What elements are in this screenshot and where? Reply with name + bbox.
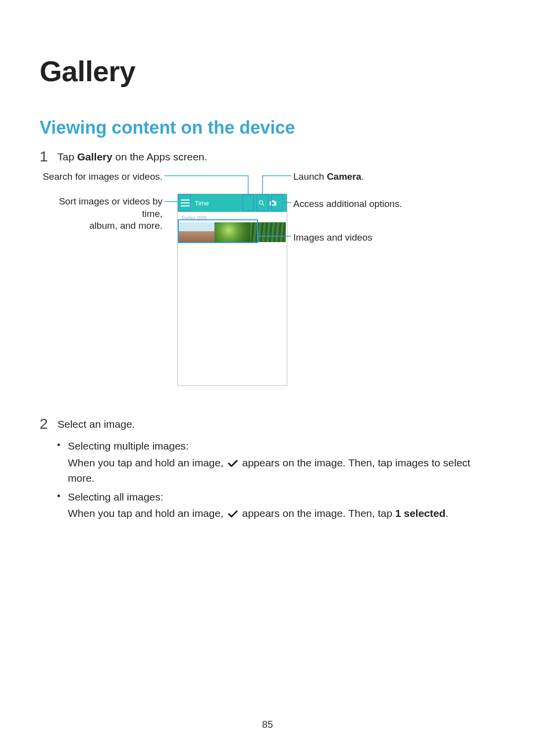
- text-bold: Gallery: [77, 151, 112, 162]
- check-icon: [227, 459, 238, 468]
- bullet-dot: [57, 444, 60, 446]
- bullet-item: Selecting all images: When you tap and h…: [57, 489, 495, 521]
- bullet-list: Selecting multiple images: When you tap …: [57, 438, 495, 521]
- page-number: 85: [0, 719, 535, 730]
- bullet-head: Selecting all images:: [68, 491, 163, 503]
- annotated-screenshot: Search for images or videos. Sort images…: [40, 171, 495, 408]
- step-1: 1 Tap Gallery on the Apps screen.: [40, 150, 495, 164]
- bullet-dot: [57, 495, 60, 497]
- bullet-head: Selecting multiple images:: [68, 440, 189, 452]
- bullet-content: Selecting all images: When you tap and h…: [68, 489, 448, 521]
- step-2: 2 Select an image.: [40, 417, 495, 431]
- check-icon: [227, 509, 238, 518]
- step-text: Select an image.: [54, 417, 495, 431]
- step-number: 1: [40, 149, 54, 164]
- text: .: [445, 507, 448, 519]
- connector-lines: [40, 171, 495, 408]
- text: When you tap and hold an image,: [68, 457, 226, 468]
- step-text: Tap Gallery on the Apps screen.: [54, 150, 495, 163]
- section-heading: Viewing content on the device: [40, 117, 495, 138]
- text-bold: 1 selected: [395, 507, 446, 519]
- step-number: 2: [40, 416, 54, 431]
- manual-page: Gallery Viewing content on the device 1 …: [0, 0, 535, 756]
- text: appears on the image. Then, tap: [239, 507, 395, 519]
- text: Tap: [57, 151, 77, 162]
- page-title: Gallery: [40, 54, 495, 88]
- bullet-content: Selecting multiple images: When you tap …: [68, 438, 495, 486]
- bullet-item: Selecting multiple images: When you tap …: [57, 438, 495, 486]
- text: on the Apps screen.: [112, 151, 207, 162]
- text: When you tap and hold an image,: [68, 507, 226, 519]
